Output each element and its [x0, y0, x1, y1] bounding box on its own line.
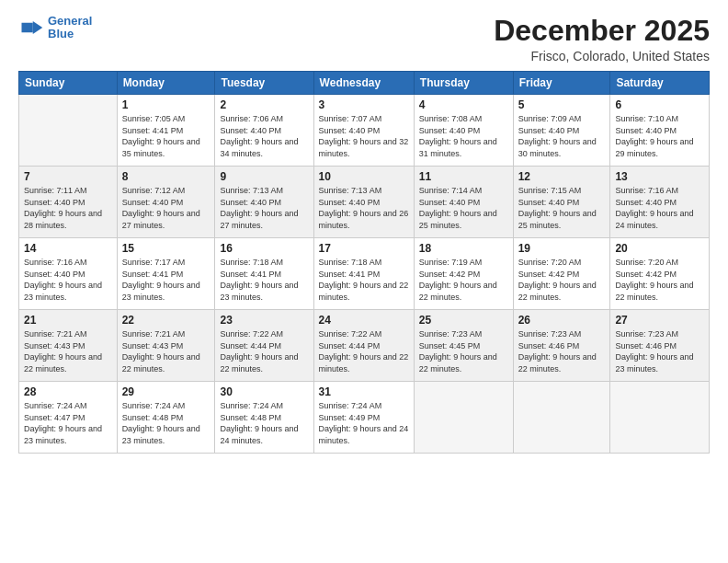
header-wednesday: Wednesday	[313, 72, 414, 95]
day-number: 9	[220, 170, 308, 183]
month-title: December 2025	[494, 15, 710, 47]
table-row: 29Sunrise: 7:24 AMSunset: 4:48 PMDayligh…	[117, 382, 215, 454]
logo-icon	[18, 15, 44, 40]
day-number: 7	[24, 170, 112, 183]
day-number: 19	[518, 242, 606, 255]
day-number: 26	[518, 314, 606, 327]
logo-text: General Blue	[48, 15, 92, 41]
table-row: 13Sunrise: 7:16 AMSunset: 4:40 PMDayligh…	[610, 167, 710, 238]
day-info: Sunrise: 7:23 AMSunset: 4:46 PMDaylight:…	[615, 328, 704, 374]
header: General Blue December 2025 Frisco, Color…	[18, 15, 710, 63]
table-row: 1Sunrise: 7:05 AMSunset: 4:41 PMDaylight…	[117, 95, 215, 167]
day-info: Sunrise: 7:22 AMSunset: 4:44 PMDaylight:…	[220, 328, 308, 374]
table-row: 27Sunrise: 7:23 AMSunset: 4:46 PMDayligh…	[610, 310, 710, 382]
day-number: 10	[319, 170, 409, 183]
table-row: 12Sunrise: 7:15 AMSunset: 4:40 PMDayligh…	[513, 167, 610, 238]
svg-rect-2	[22, 23, 33, 33]
day-info: Sunrise: 7:21 AMSunset: 4:43 PMDaylight:…	[24, 328, 112, 374]
day-number: 31	[319, 385, 409, 398]
day-info: Sunrise: 7:21 AMSunset: 4:43 PMDaylight:…	[122, 328, 210, 374]
day-number: 20	[615, 242, 704, 255]
day-info: Sunrise: 7:18 AMSunset: 4:41 PMDaylight:…	[319, 257, 409, 303]
day-info: Sunrise: 7:18 AMSunset: 4:41 PMDaylight:…	[220, 257, 308, 303]
day-number: 13	[615, 170, 704, 183]
table-row: 10Sunrise: 7:13 AMSunset: 4:40 PMDayligh…	[313, 167, 414, 238]
table-row	[513, 382, 610, 454]
day-info: Sunrise: 7:19 AMSunset: 4:42 PMDaylight:…	[419, 257, 508, 303]
day-number: 29	[122, 385, 210, 398]
day-number: 21	[24, 314, 112, 327]
day-number: 15	[122, 242, 210, 255]
day-info: Sunrise: 7:16 AMSunset: 4:40 PMDaylight:…	[24, 257, 112, 303]
table-row: 8Sunrise: 7:12 AMSunset: 4:40 PMDaylight…	[117, 167, 215, 238]
day-number: 11	[419, 170, 508, 183]
header-monday: Monday	[117, 72, 215, 95]
day-number: 2	[220, 98, 308, 111]
day-info: Sunrise: 7:08 AMSunset: 4:40 PMDaylight:…	[419, 113, 508, 159]
day-number: 4	[419, 98, 508, 111]
calendar-week-row: 21Sunrise: 7:21 AMSunset: 4:43 PMDayligh…	[19, 310, 710, 382]
day-info: Sunrise: 7:13 AMSunset: 4:40 PMDaylight:…	[220, 185, 308, 231]
table-row: 31Sunrise: 7:24 AMSunset: 4:49 PMDayligh…	[313, 382, 414, 454]
calendar-week-row: 1Sunrise: 7:05 AMSunset: 4:41 PMDaylight…	[19, 95, 710, 167]
table-row: 15Sunrise: 7:17 AMSunset: 4:41 PMDayligh…	[117, 238, 215, 310]
table-row: 2Sunrise: 7:06 AMSunset: 4:40 PMDaylight…	[215, 95, 313, 167]
table-row: 16Sunrise: 7:18 AMSunset: 4:41 PMDayligh…	[215, 238, 313, 310]
table-row: 4Sunrise: 7:08 AMSunset: 4:40 PMDaylight…	[414, 95, 513, 167]
calendar: Sunday Monday Tuesday Wednesday Thursday…	[18, 71, 710, 454]
table-row	[19, 95, 118, 167]
table-row	[610, 382, 710, 454]
header-saturday: Saturday	[610, 72, 710, 95]
logo-line2: Blue	[48, 27, 74, 40]
page: General Blue December 2025 Frisco, Color…	[0, 0, 728, 563]
header-sunday: Sunday	[19, 72, 118, 95]
day-number: 14	[24, 242, 112, 255]
day-number: 18	[419, 242, 508, 255]
calendar-header-row: Sunday Monday Tuesday Wednesday Thursday…	[19, 72, 710, 95]
day-info: Sunrise: 7:15 AMSunset: 4:40 PMDaylight:…	[518, 185, 606, 231]
day-number: 5	[518, 98, 606, 111]
table-row: 14Sunrise: 7:16 AMSunset: 4:40 PMDayligh…	[19, 238, 118, 310]
table-row: 7Sunrise: 7:11 AMSunset: 4:40 PMDaylight…	[19, 167, 118, 238]
day-info: Sunrise: 7:20 AMSunset: 4:42 PMDaylight:…	[615, 257, 704, 303]
table-row: 11Sunrise: 7:14 AMSunset: 4:40 PMDayligh…	[414, 167, 513, 238]
day-number: 25	[419, 314, 508, 327]
header-friday: Friday	[513, 72, 610, 95]
day-info: Sunrise: 7:24 AMSunset: 4:48 PMDaylight:…	[122, 400, 210, 446]
day-info: Sunrise: 7:12 AMSunset: 4:40 PMDaylight:…	[122, 185, 210, 231]
day-info: Sunrise: 7:11 AMSunset: 4:40 PMDaylight:…	[24, 185, 112, 231]
day-info: Sunrise: 7:23 AMSunset: 4:46 PMDaylight:…	[518, 328, 606, 374]
day-info: Sunrise: 7:06 AMSunset: 4:40 PMDaylight:…	[220, 113, 308, 159]
day-number: 28	[24, 385, 112, 398]
table-row: 19Sunrise: 7:20 AMSunset: 4:42 PMDayligh…	[513, 238, 610, 310]
table-row: 21Sunrise: 7:21 AMSunset: 4:43 PMDayligh…	[19, 310, 118, 382]
day-info: Sunrise: 7:09 AMSunset: 4:40 PMDaylight:…	[518, 113, 606, 159]
day-number: 17	[319, 242, 409, 255]
table-row: 22Sunrise: 7:21 AMSunset: 4:43 PMDayligh…	[117, 310, 215, 382]
day-number: 23	[220, 314, 308, 327]
day-info: Sunrise: 7:23 AMSunset: 4:45 PMDaylight:…	[419, 328, 508, 374]
day-number: 22	[122, 314, 210, 327]
day-number: 1	[122, 98, 210, 111]
day-info: Sunrise: 7:24 AMSunset: 4:49 PMDaylight:…	[319, 400, 409, 446]
table-row: 3Sunrise: 7:07 AMSunset: 4:40 PMDaylight…	[313, 95, 414, 167]
table-row: 5Sunrise: 7:09 AMSunset: 4:40 PMDaylight…	[513, 95, 610, 167]
day-info: Sunrise: 7:13 AMSunset: 4:40 PMDaylight:…	[319, 185, 409, 231]
day-number: 12	[518, 170, 606, 183]
day-info: Sunrise: 7:17 AMSunset: 4:41 PMDaylight:…	[122, 257, 210, 303]
calendar-week-row: 7Sunrise: 7:11 AMSunset: 4:40 PMDaylight…	[19, 167, 710, 238]
table-row: 9Sunrise: 7:13 AMSunset: 4:40 PMDaylight…	[215, 167, 313, 238]
table-row: 26Sunrise: 7:23 AMSunset: 4:46 PMDayligh…	[513, 310, 610, 382]
calendar-week-row: 28Sunrise: 7:24 AMSunset: 4:47 PMDayligh…	[19, 382, 710, 454]
table-row: 17Sunrise: 7:18 AMSunset: 4:41 PMDayligh…	[313, 238, 414, 310]
location-title: Frisco, Colorado, United States	[494, 49, 710, 63]
day-number: 6	[615, 98, 704, 111]
header-tuesday: Tuesday	[215, 72, 313, 95]
day-number: 27	[615, 314, 704, 327]
day-info: Sunrise: 7:07 AMSunset: 4:40 PMDaylight:…	[319, 113, 409, 159]
day-number: 30	[220, 385, 308, 398]
day-info: Sunrise: 7:10 AMSunset: 4:40 PMDaylight:…	[615, 113, 704, 159]
day-info: Sunrise: 7:24 AMSunset: 4:48 PMDaylight:…	[220, 400, 308, 446]
day-info: Sunrise: 7:20 AMSunset: 4:42 PMDaylight:…	[518, 257, 606, 303]
day-info: Sunrise: 7:05 AMSunset: 4:41 PMDaylight:…	[122, 113, 210, 159]
